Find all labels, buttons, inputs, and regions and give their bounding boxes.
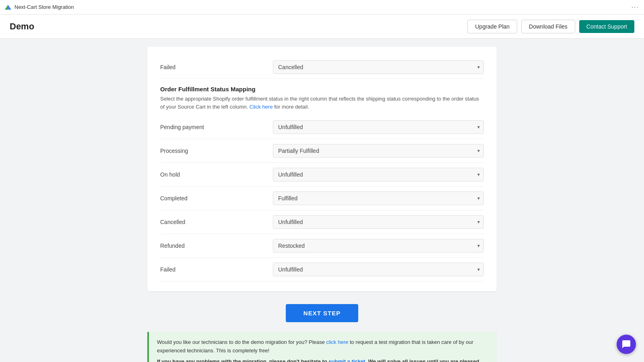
fulfillment-description: Select the appropriate Shopify order ful…	[160, 95, 484, 111]
row-label-on-hold: On hold	[160, 171, 273, 178]
table-row: Failed Unfulfilled Partially Fulfilled F…	[160, 258, 484, 282]
mapping-card: Failed Cancelled Unfulfilled Partially F…	[147, 47, 497, 291]
failed-top-select-wrapper: Cancelled Unfulfilled Partially Fulfille…	[273, 60, 484, 74]
select-completed[interactable]: Unfulfilled Partially Fulfilled Fulfille…	[273, 191, 484, 205]
submit-ticket-link[interactable]: submit a ticket	[328, 358, 365, 362]
next-step-button[interactable]: NEXT STEP	[286, 304, 358, 322]
chat-icon	[621, 339, 631, 349]
failed-top-row: Failed Cancelled Unfulfilled Partially F…	[160, 56, 484, 78]
download-files-button[interactable]: Download Files	[521, 20, 575, 33]
click-here-link[interactable]: Click here	[250, 104, 273, 110]
fulfillment-heading: Order Fulfillment Status Mapping	[160, 86, 484, 93]
table-row: Processing Unfulfilled Partially Fulfill…	[160, 139, 484, 163]
upgrade-plan-button[interactable]: Upgrade Plan	[467, 20, 517, 33]
row-label-pending-payment: Pending payment	[160, 124, 273, 130]
row-label-completed: Completed	[160, 195, 273, 202]
chat-bubble-button[interactable]	[617, 335, 636, 354]
failed-top-label: Failed	[160, 64, 273, 70]
table-row: Cancelled Unfulfilled Partially Fulfille…	[160, 210, 484, 234]
app-logo	[5, 4, 11, 10]
page-title: Demo	[10, 21, 34, 32]
svg-marker-2	[8, 5, 11, 10]
svg-marker-1	[5, 5, 8, 10]
failed-top-select[interactable]: Cancelled Unfulfilled Partially Fulfille…	[273, 60, 484, 74]
table-row: Completed Unfulfilled Partially Fulfille…	[160, 187, 484, 210]
row-label-cancelled: Cancelled	[160, 219, 273, 225]
row-label-refunded: Refunded	[160, 243, 273, 249]
header-actions: Upgrade Plan Download Files Contact Supp…	[467, 20, 634, 33]
info-banner: Would you like our technicians to do the…	[147, 332, 497, 362]
select-pending-payment[interactable]: Unfulfilled Partially Fulfilled Fulfille…	[273, 120, 484, 134]
mapping-rows-container: Pending payment Unfulfilled Partially Fu…	[160, 115, 484, 282]
row-label-failed: Failed	[160, 266, 273, 273]
table-row: On hold Unfulfilled Partially Fulfilled …	[160, 163, 484, 187]
titlebar: Next-Cart Store Migration ···	[0, 0, 644, 14]
header: Demo Upgrade Plan Download Files Contact…	[0, 14, 644, 39]
row-label-processing: Processing	[160, 148, 273, 154]
table-row: Pending payment Unfulfilled Partially Fu…	[160, 115, 484, 139]
select-refunded[interactable]: Unfulfilled Partially Fulfilled Fulfille…	[273, 239, 484, 253]
select-failed[interactable]: Unfulfilled Partially Fulfilled Fulfille…	[273, 263, 484, 276]
select-processing[interactable]: Unfulfilled Partially Fulfilled Fulfille…	[273, 144, 484, 158]
next-step-container: NEXT STEP	[147, 304, 497, 322]
titlebar-title: Next-Cart Store Migration	[14, 4, 74, 10]
click-here-migration-link[interactable]: click here	[326, 339, 348, 345]
select-cancelled[interactable]: Unfulfilled Partially Fulfilled Fulfille…	[273, 215, 484, 229]
info-line-2: If you have any problems with the migrat…	[157, 358, 489, 362]
titlebar-menu[interactable]: ···	[632, 4, 639, 11]
info-line-1: Would you like our technicians to do the…	[157, 338, 489, 355]
table-row: Refunded Unfulfilled Partially Fulfilled…	[160, 234, 484, 258]
fulfillment-section-header: Order Fulfillment Status Mapping Select …	[160, 86, 484, 111]
select-on-hold[interactable]: Unfulfilled Partially Fulfilled Fulfille…	[273, 168, 484, 181]
main-content: Failed Cancelled Unfulfilled Partially F…	[141, 39, 503, 362]
contact-support-button[interactable]: Contact Support	[579, 20, 634, 33]
